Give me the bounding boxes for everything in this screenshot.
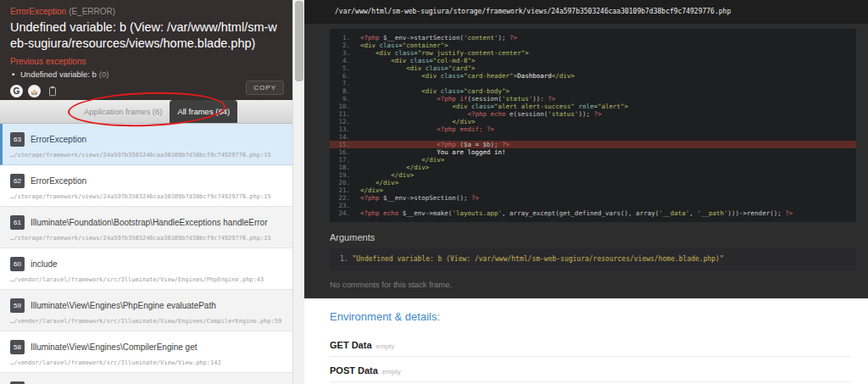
frames-list: 63ErrorException…/storage/framework/view… <box>0 124 292 384</box>
code-lines: 1.<?php $__env->startSection('content');… <box>330 34 856 217</box>
arguments-heading: Arguments <box>330 232 868 242</box>
scrollbar-thumb[interactable] <box>295 1 303 81</box>
code-line-20: 20. </div> <box>330 179 856 186</box>
frame-number: 61 <box>10 215 25 230</box>
code-line-2: 2.<div class="container"> <box>330 42 856 49</box>
helper-icons-row: G <box>10 85 282 97</box>
frame-number: 60 <box>10 257 25 271</box>
previous-exception-text: Undefined variable: b <box>20 70 97 79</box>
code-line-12: 12. </div> <box>330 118 856 125</box>
code-line-10: 10. <div class="alert alert-success" rol… <box>330 103 856 110</box>
code-line-3: 3. <div class="row justify-content-cente… <box>330 49 856 57</box>
code-line-14: 14. <box>330 133 856 141</box>
stackoverflow-icon[interactable] <box>28 85 41 97</box>
frames-filter-tabs: Application frames (6) All frames (64) <box>0 100 292 124</box>
frame-path: …/vendor/laravel/framework/src/Illuminat… <box>10 275 284 284</box>
frame-row-57[interactable]: 57Illuminate\View\View getContents <box>0 373 292 384</box>
code-line-5: 5. <div class="card"> <box>330 64 856 72</box>
frame-number: 59 <box>10 298 25 313</box>
tab-all-frames[interactable]: All frames (64) <box>170 100 237 123</box>
code-line-8: 8. <div class="card-body"> <box>330 87 856 95</box>
code-line-17: 17. </div> <box>330 156 856 164</box>
code-line-1: 1.<?php $__env->startSection('content');… <box>330 34 856 42</box>
code-line-9: 9. <?php if(session('status')): ?> <box>330 95 856 103</box>
frame-path: …/storage/framework/views/24a597b3503246… <box>10 151 284 159</box>
frame-path: …/vendor/laravel/framework/src/Illuminat… <box>10 317 284 326</box>
arguments-box: 1. "Undefined variable: b (View: /var/ww… <box>330 248 856 270</box>
details-rows: GET DataemptyPOST DataemptyFilesempty <box>330 331 851 384</box>
detail-value: empty <box>382 368 401 376</box>
frame-row-60[interactable]: 60include…/vendor/laravel/framework/src/… <box>0 248 292 290</box>
exception-class: ErrorException <box>10 7 66 16</box>
code-line-13: 13. <?php endif; ?> <box>330 125 856 133</box>
previous-exceptions-label: Previous exceptions <box>10 57 282 66</box>
code-line-7: 7. <box>330 80 856 87</box>
left-panel-scrollbar[interactable] <box>292 0 304 384</box>
frame-number: 62 <box>10 174 25 188</box>
code-line-6: 6. <div class="card-header">Dashboard</d… <box>330 72 856 80</box>
code-line-15: 15. <?php ($a = $b); ?> <box>330 141 856 148</box>
frame-path: …/storage/framework/views/24a597b3503246… <box>10 234 284 242</box>
code-line-21: 21.</div> <box>330 186 856 194</box>
frame-path: …/storage/framework/views/24a597b3503246… <box>10 192 284 201</box>
frame-row-63[interactable]: 63ErrorException…/storage/framework/view… <box>0 124 292 165</box>
environment-details-heading: Environment & details: <box>330 310 851 323</box>
frame-row-62[interactable]: 62ErrorException…/storage/framework/view… <box>0 165 292 207</box>
code-line-19: 19. </div> <box>330 171 856 179</box>
code-panel: /var/www/html/sm-web-sugiura/storage/fra… <box>304 0 868 384</box>
previous-exceptions-list: Undefined variable: b(0) <box>10 70 282 79</box>
detail-label: GET Data <box>330 340 372 350</box>
frame-path: …/vendor/laravel/framework/src/Illuminat… <box>10 359 284 367</box>
frame-title: ErrorException <box>31 176 86 186</box>
previous-exception-item[interactable]: Undefined variable: b(0) <box>10 70 282 79</box>
frame-row-61[interactable]: 61Illuminate\Foundation\Bootstrap\Handle… <box>0 207 292 248</box>
left-panel: ErrorException(E_ERROR) Undefined variab… <box>0 0 292 384</box>
arguments-list: 1. "Undefined variable: b (View: /var/ww… <box>340 254 846 264</box>
previous-exception-count: (0) <box>99 70 109 79</box>
exception-class-row: ErrorException(E_ERROR) <box>10 7 282 16</box>
detail-row-get-data: GET Dataempty <box>330 331 851 357</box>
code-line-23: 23. <box>330 202 856 209</box>
frame-title: Illuminate\Foundation\Bootstrap\HandleEx… <box>31 218 268 227</box>
exception-severity-code: (E_ERROR) <box>69 7 115 16</box>
frame-comments-text: No comments for this stack frame. <box>330 280 868 289</box>
tab-application-frames[interactable]: Application frames (6) <box>76 100 170 123</box>
code-line-18: 18. </div> <box>330 164 856 171</box>
code-line-11: 11. <?php echo e(session('status')); ?> <box>330 110 856 118</box>
frame-title: Illuminate\View\Engines\CompilerEngine g… <box>31 342 198 352</box>
frame-number: 58 <box>10 340 25 354</box>
frame-title: ErrorException <box>31 135 86 144</box>
detail-value: empty <box>376 342 395 350</box>
frame-row-59[interactable]: 59Illuminate\View\Engines\PhpEngine eval… <box>0 290 292 331</box>
argument-item: 1. "Undefined variable: b (View: /var/ww… <box>340 254 846 264</box>
exception-message: Undefined variable: b (View: /var/www/ht… <box>10 19 282 51</box>
detail-label: POST Data <box>330 365 378 376</box>
stackoverflow-glyph <box>31 87 38 95</box>
clipboard-glyph <box>48 86 57 97</box>
frame-number: 63 <box>10 132 25 147</box>
frame-title: Illuminate\View\Engines\PhpEngine evalua… <box>31 301 216 310</box>
exception-header: ErrorException(E_ERROR) Undefined variab… <box>0 0 292 100</box>
code-line-24: 24.<?php echo $__env->make('layouts.app'… <box>330 209 856 217</box>
frame-row-58[interactable]: 58Illuminate\View\Engines\CompilerEngine… <box>0 331 292 373</box>
file-path-header: /var/www/html/sm-web-sugiura/storage/fra… <box>304 0 868 24</box>
code-block: 1.<?php $__env->startSection('content');… <box>330 29 856 222</box>
copy-button[interactable]: COPY <box>246 81 284 95</box>
frame-title: include <box>31 259 58 269</box>
code-line-22: 22.<?php $__env->stopSection(); ?> <box>330 194 856 202</box>
clipboard-icon[interactable] <box>46 85 58 97</box>
code-line-4: 4. <div class="col-md-8"> <box>330 57 856 64</box>
environment-details-section: Environment & details: GET DataemptyPOST… <box>304 298 868 384</box>
google-search-icon[interactable]: G <box>10 85 23 97</box>
code-line-16: 16. You are logged in! <box>330 148 856 156</box>
detail-row-post-data: POST Dataempty <box>330 357 851 382</box>
